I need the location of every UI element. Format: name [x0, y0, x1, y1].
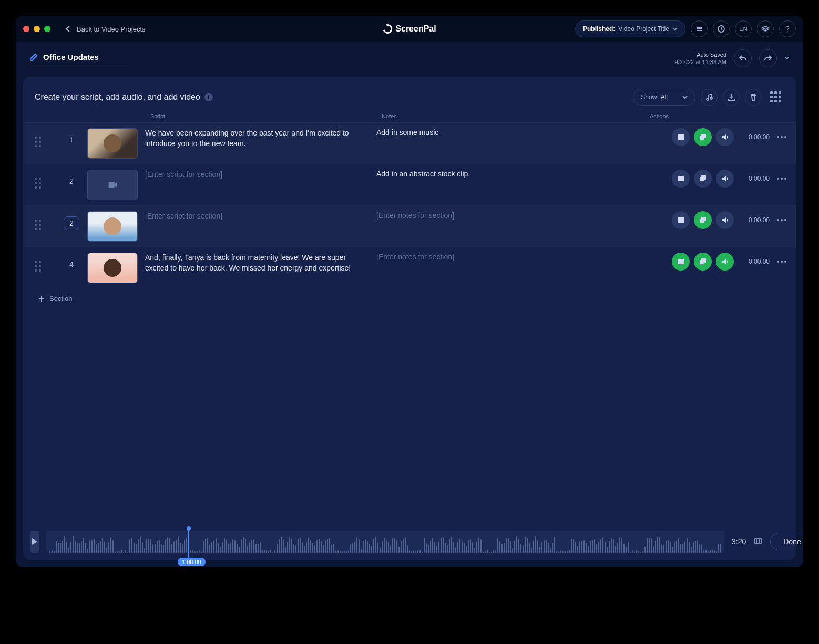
panel-heading: Create your script, add audio, and add v… [35, 92, 213, 102]
publish-title: Video Project Title [618, 25, 669, 33]
action-volume-icon[interactable] [716, 128, 734, 146]
section-more-button[interactable] [777, 261, 786, 263]
add-section-label: Section [49, 295, 72, 303]
playhead[interactable] [188, 528, 189, 558]
svg-point-2 [710, 97, 712, 99]
section-notes[interactable]: Add in an abstract stock clip. [376, 170, 639, 178]
section-more-button[interactable] [777, 136, 786, 138]
action-media-icon[interactable] [694, 211, 712, 229]
timeline-icon [753, 537, 763, 546]
window-controls [23, 26, 50, 32]
maximize-window-button[interactable] [44, 26, 50, 32]
column-headers: Script Notes Actions [23, 113, 796, 122]
section-thumbnail[interactable] [87, 253, 138, 283]
waveform[interactable]: 1:08.00 [46, 531, 724, 553]
section-thumbnail[interactable] [87, 128, 138, 159]
section-actions: 0:00.00 [639, 170, 786, 188]
section-actions: 0:00.00 [639, 211, 786, 229]
panel-toolbar: Show: All [633, 88, 784, 106]
section-script[interactable]: [Enter script for section] [145, 170, 376, 180]
import-button[interactable] [723, 89, 740, 106]
action-panel-icon[interactable] [672, 253, 690, 271]
svg-rect-12 [681, 217, 684, 223]
play-button[interactable] [30, 531, 39, 553]
chevron-down-icon [672, 26, 678, 32]
music-button[interactable] [701, 89, 718, 106]
minimize-window-button[interactable] [34, 26, 40, 32]
redo-button[interactable] [759, 49, 777, 67]
undo-button[interactable] [734, 49, 752, 67]
drag-handle[interactable] [35, 137, 56, 147]
section-number: 2 [56, 177, 87, 185]
done-button[interactable]: Done [770, 533, 803, 550]
svg-rect-4 [681, 134, 684, 140]
drag-handle[interactable] [35, 220, 56, 230]
timeline: 1:08.00 3:20 Done [30, 531, 789, 553]
delete-button[interactable] [745, 89, 762, 106]
panel-header: Create your script, add audio, and add v… [23, 77, 796, 113]
section-number[interactable]: 2 [64, 216, 79, 230]
autosave-status: Auto Saved 9/27/22 at 11:38 AM [675, 51, 726, 66]
section-number: 1 [56, 136, 87, 144]
col-script: Script [150, 113, 382, 119]
language-label: EN [739, 26, 747, 32]
action-media-icon[interactable] [694, 253, 712, 271]
script-panel: Create your script, add audio, and add v… [23, 77, 796, 560]
action-volume-icon[interactable] [716, 253, 734, 271]
svg-rect-6 [701, 134, 706, 138]
back-button[interactable]: Back to Video Projects [61, 23, 149, 35]
history-button[interactable] [713, 20, 730, 37]
svg-rect-14 [701, 217, 706, 221]
action-media-icon[interactable] [694, 170, 712, 188]
close-window-button[interactable] [23, 26, 29, 32]
show-label: Show: [641, 94, 658, 101]
section-more-button[interactable] [777, 178, 786, 180]
play-icon [30, 537, 39, 546]
svg-point-1 [707, 98, 709, 100]
back-label: Back to Video Projects [77, 25, 146, 33]
section-notes[interactable]: Add in some music [376, 128, 639, 137]
autosave-label: Auto Saved [675, 51, 726, 58]
info-icon[interactable]: i [204, 93, 213, 101]
section-notes[interactable]: [Enter notes for section] [376, 253, 639, 261]
more-menu-toggle[interactable] [784, 55, 791, 61]
done-label: Done [783, 537, 801, 546]
section-more-button[interactable] [777, 219, 786, 221]
action-media-icon[interactable] [694, 128, 712, 146]
brand-mark-icon [381, 23, 394, 36]
layers-button[interactable] [757, 20, 774, 37]
help-button[interactable]: ? [779, 20, 796, 37]
svg-rect-10 [701, 175, 706, 180]
action-panel-icon[interactable] [672, 211, 690, 229]
question-icon: ? [785, 25, 790, 33]
section-thumbnail[interactable] [87, 211, 138, 242]
action-panel-icon[interactable] [672, 170, 690, 188]
action-panel-icon[interactable] [672, 128, 690, 146]
action-volume-icon[interactable] [716, 211, 734, 229]
chevron-down-icon [682, 95, 688, 100]
brand-name: ScreenPal [395, 24, 436, 34]
publish-dropdown[interactable]: Published: Video Project Title [575, 20, 685, 37]
grid-view-button[interactable] [767, 88, 784, 106]
section-notes[interactable]: [Enter notes for section] [376, 211, 639, 220]
add-section-button[interactable]: Section [23, 288, 796, 309]
brand-logo: ScreenPal [383, 24, 436, 34]
action-volume-icon[interactable] [716, 170, 734, 188]
project-title[interactable]: Office Updates [28, 50, 130, 66]
drag-handle[interactable] [35, 178, 56, 189]
duration: 3:20 [732, 537, 746, 546]
list-button[interactable] [691, 20, 708, 37]
section-row: 1We have been expanding over the past ye… [23, 122, 796, 164]
language-button[interactable]: EN [735, 20, 752, 37]
section-script[interactable]: And, finally, Tanya is back from materni… [145, 253, 376, 273]
timeline-options-button[interactable] [753, 534, 763, 549]
section-thumbnail[interactable] [87, 170, 138, 200]
section-row: 4And, finally, Tanya is back from matern… [23, 247, 796, 288]
playhead-time: 1:08.00 [178, 558, 206, 566]
drag-handle[interactable] [35, 261, 56, 272]
show-filter[interactable]: Show: All [633, 89, 695, 106]
col-notes: Notes [382, 113, 644, 119]
section-row: 2[Enter script for section][Enter notes … [23, 205, 796, 247]
section-script[interactable]: [Enter script for section] [145, 211, 376, 222]
section-script[interactable]: We have been expanding over the past yea… [145, 128, 376, 149]
